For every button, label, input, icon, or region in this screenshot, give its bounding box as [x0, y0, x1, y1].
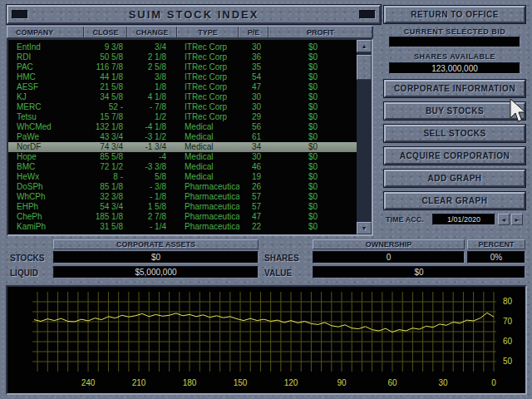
table-row[interactable]: DoSPh85 1/8- 3/8Pharmaceutical26$0	[8, 182, 357, 192]
buy-stocks-button[interactable]: BUY STOCKS	[384, 102, 525, 120]
svg-text:60: 60	[387, 378, 397, 387]
cell-company: KamiPh	[8, 222, 85, 232]
header-profit[interactable]: PROFIT	[268, 27, 372, 37]
cell-profit: $0	[269, 102, 357, 112]
table-row[interactable]: HeWx8 -5/8Medical19$0	[8, 172, 357, 182]
graph-canvas: 240210180150120906030080706050	[7, 287, 525, 393]
shares-available-label: SHARES AVAILABLE	[384, 52, 525, 61]
cell-pe: 36	[239, 52, 269, 62]
sell-stocks-button[interactable]: SELL STOCKS	[384, 125, 525, 142]
cell-profit: $0	[269, 172, 357, 182]
cell-profit: $0	[269, 52, 357, 62]
table-row[interactable]: KJ34 5/84 1/8ITRec Corp30$0	[8, 92, 357, 102]
table-row[interactable]: HMC44 1/83/8ITRec Corp54$0	[8, 72, 357, 82]
cell-type: ITRec Corp	[178, 82, 239, 92]
scroll-up-button[interactable]: ▲	[357, 40, 372, 52]
title-endcap-right	[359, 10, 376, 19]
current-selected-bid-label: CURRENT SELECTED BID	[384, 27, 525, 36]
table-row[interactable]: MERC52 -- 7/8ITRec Corp30$0	[8, 102, 357, 112]
cell-type: ITRec Corp	[178, 102, 239, 112]
cell-profit: $0	[269, 202, 357, 212]
cell-close: 9 3/8	[85, 42, 128, 52]
cell-type: Pharmaceutical	[178, 182, 239, 192]
stock-price-graph: 240210180150120906030080706050	[6, 285, 527, 395]
cell-type: Pharmaceutical	[178, 222, 239, 232]
cell-close: 132 1/8	[85, 122, 128, 132]
cell-close: 34 5/8	[85, 92, 128, 102]
cell-profit: $0	[269, 82, 357, 92]
table-row[interactable]: PAC116 7/82 5/8ITRec Corp35$0	[8, 62, 357, 72]
time-increase-icon: ►	[514, 217, 520, 223]
cell-pe: 61	[239, 132, 269, 142]
cell-type: Medical	[178, 152, 239, 162]
arrow-up-icon: ▲	[362, 43, 367, 49]
current-selected-bid-field[interactable]	[389, 37, 520, 47]
cell-type: ITRec Corp	[178, 42, 239, 52]
header-type[interactable]: TYPE	[177, 27, 239, 37]
cell-pe: 19	[239, 172, 269, 182]
cell-profit: $0	[269, 122, 357, 132]
table-row[interactable]: BMC72 1/2-3 3/8Medical46$0	[8, 162, 357, 172]
cell-change: -3 3/8	[128, 162, 178, 172]
table-row[interactable]: RDI50 5/82 1/8ITRec Corp36$0	[8, 52, 357, 62]
cell-pe: 34	[239, 142, 269, 152]
svg-text:50: 50	[503, 357, 513, 366]
table-row[interactable]: PaWe43 3/4-3 1/2Medical61$0	[8, 132, 357, 142]
table-row[interactable]: ChePh185 1/82 7/8Pharmaceutical47$0	[8, 212, 357, 222]
corporate-information-button[interactable]: CORPORATE INFORMATION	[384, 80, 525, 97]
table-scrollbar[interactable]: ▲ ▼	[357, 40, 372, 234]
table-row[interactable]: WhCPh32 3/8- 1/8Pharmaceutical57$0	[8, 192, 357, 202]
return-to-office-button[interactable]: RETURN TO OFFICE	[384, 6, 525, 23]
header-pe[interactable]: P/E	[239, 27, 268, 37]
cell-pe: 30	[239, 152, 269, 162]
cell-company: HeWx	[8, 172, 85, 182]
cell-company: PaWe	[8, 132, 85, 142]
cell-profit: $0	[269, 62, 357, 72]
cell-company: KJ	[8, 92, 85, 102]
cell-profit: $0	[269, 92, 357, 102]
clear-graph-button[interactable]: CLEAR GRAPH	[384, 192, 525, 209]
percent-header: PERCENT	[467, 239, 525, 249]
table-row[interactable]: NorDF74 3/4-1 3/4Medical34$0	[8, 142, 357, 152]
cell-pe: 57	[239, 202, 269, 212]
scroll-down-button[interactable]: ▼	[357, 222, 372, 234]
time-acc-decrease-button[interactable]: ◄	[498, 214, 510, 225]
svg-text:70: 70	[503, 317, 513, 326]
acquire-corporation-button[interactable]: ACQUIRE CORPORATION	[384, 147, 525, 165]
cell-close: 72 1/2	[85, 162, 128, 172]
table-row[interactable]: Hope85 5/8-4Medical30$0	[8, 152, 357, 162]
title-bar: SUIM STOCK INDEX	[7, 5, 381, 24]
svg-text:150: 150	[234, 378, 248, 387]
cell-pe: 46	[239, 162, 269, 172]
cell-change: 1 5/8	[128, 202, 178, 212]
cell-close: 85 5/8	[85, 152, 128, 162]
cell-pe: 30	[239, 92, 269, 102]
table-row[interactable]: EntInd9 3/83/4ITRec Corp30$0	[8, 42, 357, 52]
table-row[interactable]: Tetsu15 7/81/2ITRec Corp29$0	[8, 112, 357, 122]
table-row[interactable]: AESF21 5/81/8ITRec Corp47$0	[8, 82, 357, 92]
header-company[interactable]: COMPANY	[7, 27, 84, 37]
table-row[interactable]: WhCMed132 1/8-4 1/8Medical56$0	[8, 122, 357, 132]
header-change[interactable]: CHANGE	[127, 27, 177, 37]
corporate-assets-header: CORPORATE ASSETS	[53, 239, 259, 249]
cell-pe: 30	[239, 102, 269, 112]
cell-change: -4	[128, 152, 178, 162]
scrollbar-thumb[interactable]	[357, 55, 372, 80]
cell-close: 116 7/8	[85, 62, 128, 72]
time-acc-increase-button[interactable]: ►	[511, 214, 523, 225]
ownership-header: OWNERSHIP	[313, 239, 465, 249]
table-row[interactable]: EHPh54 3/41 5/8Pharmaceutical57$0	[8, 202, 357, 212]
svg-text:60: 60	[503, 337, 513, 346]
cell-change: 3/4	[128, 42, 178, 52]
table-row[interactable]: KamiPh31 5/8- 1/4Pharmaceutical22$0	[8, 222, 357, 232]
cell-change: - 3/8	[128, 182, 178, 192]
add-graph-button[interactable]: ADD GRAPH	[384, 170, 525, 187]
cell-company: RDI	[8, 52, 85, 62]
mouse-cursor	[509, 98, 529, 125]
time-acc-field: 1/01/2020	[432, 214, 495, 225]
cell-company: BMC	[8, 162, 85, 172]
cell-profit: $0	[269, 222, 357, 232]
arrow-down-icon: ▼	[362, 225, 367, 231]
header-close[interactable]: CLOSE	[84, 27, 127, 37]
cell-change: 4 1/8	[128, 92, 178, 102]
